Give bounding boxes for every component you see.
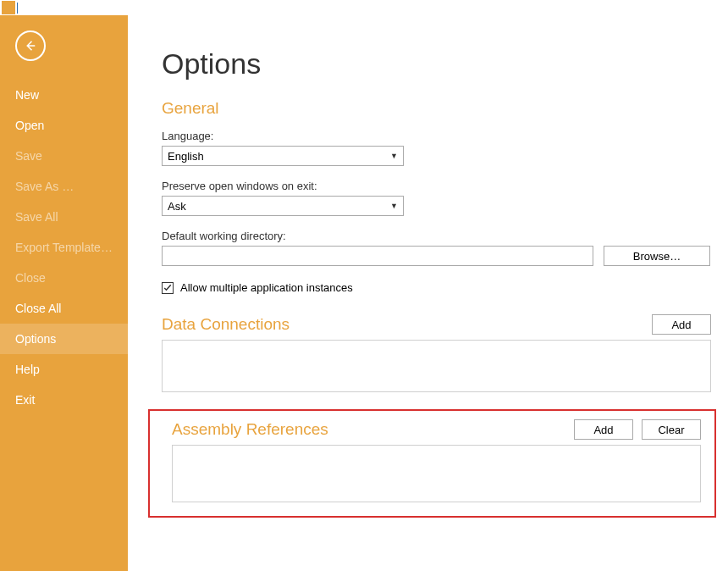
arrow-left-icon (23, 38, 38, 53)
allow-multi-checkbox[interactable] (162, 282, 174, 294)
assembly-heading: Assembly References (172, 420, 328, 439)
app-icon (2, 1, 15, 14)
sidebar-item-close: Close (0, 263, 128, 293)
allow-multi-label: Allow multiple application instances (180, 281, 353, 294)
assembly-references-section: Assembly References Add Clear (162, 411, 711, 514)
sidebar-item-help[interactable]: Help (0, 354, 128, 385)
button-label: Browse… (633, 250, 681, 263)
language-select[interactable]: English ▼ (162, 146, 404, 166)
language-value: English (168, 150, 204, 163)
back-button[interactable] (15, 30, 46, 61)
sidebar-item-label: Open (15, 119, 44, 132)
page-title: Options (162, 47, 711, 80)
chevron-down-icon: ▼ (390, 202, 398, 210)
sidebar-item-options[interactable]: Options (0, 324, 128, 354)
sidebar-item-label: Options (15, 332, 56, 346)
sidebar-item-label: Exit (15, 393, 35, 407)
sidebar-item-label: New (15, 88, 39, 102)
sidebar-item-label: Save (15, 149, 42, 163)
button-label: Add (593, 424, 613, 436)
sidebar-item-close-all[interactable]: Close All (0, 293, 128, 324)
language-label: Language: (162, 130, 711, 142)
chevron-down-icon: ▼ (390, 152, 398, 160)
sidebar-item-label: Export Template… (15, 241, 113, 254)
general-heading: General (162, 99, 711, 118)
sidebar-item-save-all: Save All (0, 202, 128, 232)
sidebar-item-save: Save (0, 141, 128, 171)
assembly-clear-button[interactable]: Clear (642, 419, 701, 440)
sidebar-item-label: Close (15, 271, 46, 285)
working-dir-label: Default working directory: (162, 230, 711, 242)
sidebar-item-label: Save All (15, 210, 58, 224)
title-bar (0, 0, 728, 15)
assembly-references-list[interactable] (172, 445, 701, 502)
sidebar-item-save-as: Save As … (0, 171, 128, 202)
preserve-value: Ask (168, 200, 186, 213)
button-label: Add (671, 319, 691, 331)
preserve-select[interactable]: Ask ▼ (162, 196, 404, 216)
sidebar-item-label: Help (15, 363, 40, 376)
button-label: Clear (658, 424, 684, 436)
browse-button[interactable]: Browse… (604, 246, 710, 266)
assembly-add-button[interactable]: Add (574, 419, 633, 440)
check-icon (163, 283, 173, 293)
general-section: General Language: English ▼ Preserve ope… (162, 99, 711, 294)
sidebar-item-label: Close All (15, 302, 61, 315)
data-connections-list[interactable] (162, 340, 711, 392)
content-panel: Options General Language: English ▼ Pres… (128, 15, 728, 571)
data-connections-section: Data Connections Add (162, 314, 711, 392)
sidebar-item-export-template: Export Template… (0, 232, 128, 263)
working-dir-input[interactable] (162, 246, 593, 266)
sidebar-item-exit[interactable]: Exit (0, 385, 128, 415)
sidebar-item-new[interactable]: New (0, 80, 128, 110)
sidebar-item-open[interactable]: Open (0, 110, 128, 141)
sidebar-menu: New Open Save Save As … Save All Export … (0, 80, 128, 415)
data-connections-heading: Data Connections (162, 315, 290, 334)
sidebar: New Open Save Save As … Save All Export … (0, 15, 128, 571)
data-connections-add-button[interactable]: Add (652, 314, 711, 335)
preserve-label: Preserve open windows on exit: (162, 180, 711, 192)
caret-indicator (17, 3, 18, 14)
sidebar-item-label: Save As … (15, 180, 74, 193)
